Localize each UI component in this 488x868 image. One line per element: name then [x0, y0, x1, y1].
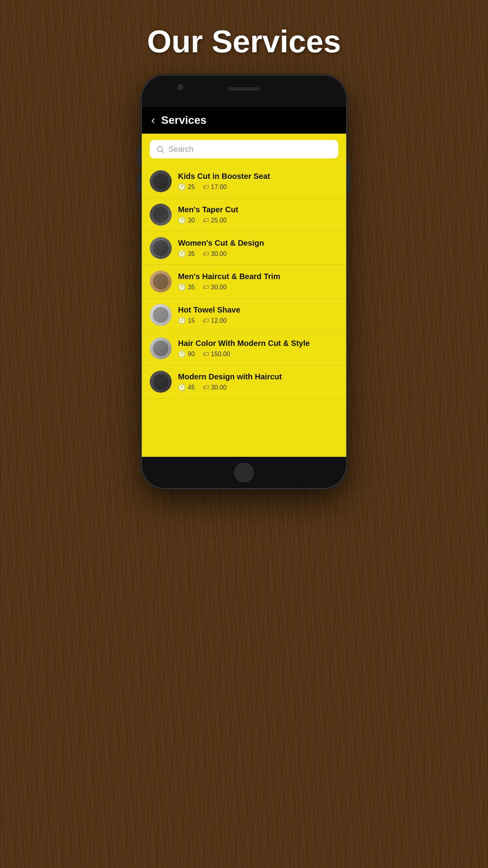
duration-value: 35	[188, 284, 195, 291]
price-icon: 🏷	[203, 217, 209, 224]
service-item[interactable]: Men's Haircut & Beard Trim 🕐 35 🏷 30.00	[142, 265, 346, 298]
service-info: Kids Cut in Booster Seat 🕐 25 🏷 17.00	[178, 172, 338, 191]
clock-icon: 🕐	[178, 217, 186, 224]
phone-frame: ‹ Services Search Kids Cut in Booster	[142, 75, 346, 488]
price-icon: 🏷	[203, 317, 209, 324]
service-duration: 🕐 35	[178, 283, 195, 291]
service-price: 🏷 30.00	[203, 384, 227, 391]
phone-speaker	[228, 87, 260, 90]
clock-icon: 🕐	[178, 384, 186, 391]
service-price: 🏷 30.00	[203, 284, 227, 291]
price-value: 30.00	[211, 384, 227, 391]
service-name: Men's Haircut & Beard Trim	[178, 272, 338, 281]
service-name: Hair Color With Modern Cut & Style	[178, 339, 338, 348]
clock-icon: 🕐	[178, 183, 186, 191]
power-button	[348, 162, 351, 193]
service-meta: 🕐 25 🏷 17.00	[178, 183, 338, 191]
phone-side-buttons-left	[137, 146, 140, 193]
app-content: Search Kids Cut in Booster Seat 🕐 25 🏷	[142, 134, 346, 457]
service-meta: 🕐 90 🏷 150.00	[178, 350, 338, 358]
service-meta: 🕐 35 🏷 30.00	[178, 250, 338, 257]
price-value: 30.00	[211, 284, 227, 291]
price-icon: 🏷	[203, 351, 209, 358]
service-avatar	[150, 371, 172, 393]
clock-icon: 🕐	[178, 350, 186, 358]
service-avatar	[150, 237, 172, 259]
service-name: Men's Taper Cut	[178, 205, 338, 214]
service-info: Men's Haircut & Beard Trim 🕐 35 🏷 30.00	[178, 272, 338, 291]
volume-up-button	[137, 146, 140, 166]
search-placeholder: Search	[169, 145, 193, 154]
service-duration: 🕐 35	[178, 250, 195, 257]
service-item[interactable]: Modern Design with Haircut 🕐 45 🏷 30.00	[142, 365, 346, 399]
phone-side-buttons-right	[348, 162, 351, 193]
duration-value: 90	[188, 351, 195, 358]
service-name: Women's Cut & Design	[178, 239, 338, 248]
search-icon	[156, 145, 165, 154]
back-button[interactable]: ‹	[151, 114, 155, 127]
service-name: Hot Towel Shave	[178, 305, 338, 314]
service-duration: 🕐 25	[178, 183, 195, 191]
duration-value: 45	[188, 384, 195, 391]
service-info: Men's Taper Cut 🕐 30 🏷 25.00	[178, 205, 338, 224]
price-value: 12.00	[211, 317, 227, 324]
clock-icon: 🕐	[178, 250, 186, 257]
clock-icon: 🕐	[178, 317, 186, 324]
duration-value: 30	[188, 217, 195, 224]
service-meta: 🕐 30 🏷 25.00	[178, 217, 338, 224]
service-info: Hair Color With Modern Cut & Style 🕐 90 …	[178, 339, 338, 358]
duration-value: 35	[188, 250, 195, 257]
service-price: 🏷 17.00	[203, 184, 227, 191]
price-value: 150.00	[211, 351, 230, 358]
service-meta: 🕐 35 🏷 30.00	[178, 283, 338, 291]
price-icon: 🏷	[203, 250, 209, 257]
service-price: 🏷 30.00	[203, 250, 227, 257]
duration-value: 15	[188, 317, 195, 324]
service-list: Kids Cut in Booster Seat 🕐 25 🏷 17.00	[142, 165, 346, 457]
service-info: Women's Cut & Design 🕐 35 🏷 30.00	[178, 239, 338, 257]
service-duration: 🕐 45	[178, 384, 195, 391]
service-info: Hot Towel Shave 🕐 15 🏷 12.00	[178, 305, 338, 324]
service-meta: 🕐 45 🏷 30.00	[178, 384, 338, 391]
svg-line-1	[162, 151, 164, 153]
price-value: 25.00	[211, 217, 227, 224]
service-info: Modern Design with Haircut 🕐 45 🏷 30.00	[178, 372, 338, 391]
front-camera	[177, 84, 183, 90]
price-icon: 🏷	[203, 384, 209, 391]
service-item[interactable]: Hot Towel Shave 🕐 15 🏷 12.00	[142, 298, 346, 332]
service-duration: 🕐 90	[178, 350, 195, 358]
service-duration: 🕐 15	[178, 317, 195, 324]
home-button[interactable]	[234, 463, 254, 482]
service-price: 🏷 25.00	[203, 217, 227, 224]
duration-value: 25	[188, 184, 195, 191]
svg-point-0	[158, 146, 163, 151]
price-icon: 🏷	[203, 284, 209, 291]
app-header: ‹ Services	[142, 107, 346, 134]
service-avatar	[150, 270, 172, 292]
price-value: 30.00	[211, 250, 227, 257]
phone-bottom	[142, 457, 346, 488]
phone-screen: ‹ Services Search Kids Cut in Booster	[142, 107, 346, 457]
service-name: Kids Cut in Booster Seat	[178, 172, 338, 181]
service-item[interactable]: Kids Cut in Booster Seat 🕐 25 🏷 17.00	[142, 165, 346, 198]
service-avatar	[150, 204, 172, 226]
service-meta: 🕐 15 🏷 12.00	[178, 317, 338, 324]
service-item[interactable]: Women's Cut & Design 🕐 35 🏷 30.00	[142, 232, 346, 265]
phone-top	[142, 75, 346, 107]
service-name: Modern Design with Haircut	[178, 372, 338, 381]
service-avatar	[150, 337, 172, 359]
clock-icon: 🕐	[178, 283, 186, 291]
header-title: Services	[161, 114, 206, 127]
service-price: 🏷 12.00	[203, 317, 227, 324]
volume-down-button	[137, 174, 140, 193]
service-duration: 🕐 30	[178, 217, 195, 224]
service-item[interactable]: Hair Color With Modern Cut & Style 🕐 90 …	[142, 332, 346, 365]
price-value: 17.00	[211, 184, 227, 191]
search-bar[interactable]: Search	[150, 140, 338, 158]
service-avatar	[150, 304, 172, 326]
service-item[interactable]: Men's Taper Cut 🕐 30 🏷 25.00	[142, 198, 346, 232]
service-price: 🏷 150.00	[203, 351, 230, 358]
page-title: Our Services	[147, 24, 341, 60]
price-icon: 🏷	[203, 184, 209, 191]
service-avatar	[150, 170, 172, 192]
